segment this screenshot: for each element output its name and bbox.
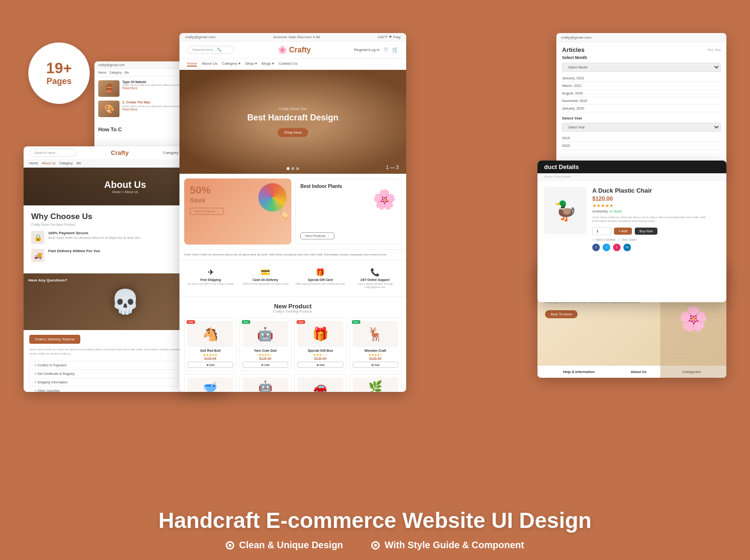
pd-add-button[interactable]: + Add: [614, 228, 632, 235]
badge-1: Sale: [187, 320, 195, 324]
product-img-4: 🦌: [353, 321, 399, 347]
product-img-2: 🤖: [243, 321, 289, 347]
feature-label-2: With Style Guide & Component: [384, 540, 524, 551]
add-btn-1[interactable]: ⊕ Add: [188, 362, 233, 368]
add-btn-4[interactable]: ⊕ Add: [353, 362, 399, 368]
feature-cod: 💳 Cash On Delivery 100% service guarante…: [239, 265, 292, 292]
delivery-icon: 🚚: [31, 249, 44, 262]
instagram-icon[interactable]: i: [613, 244, 621, 251]
pages-badge: 19+ Pages: [28, 42, 90, 104]
blog-topbar: crafty@gmail.com: [556, 33, 726, 42]
product-3: Sale 🎁 Special Gift Box ★★★☆☆ $120.00 ⊕ …: [294, 318, 347, 371]
shop-now-button[interactable]: Shop Now: [278, 128, 308, 137]
year-select[interactable]: Select Year: [562, 123, 721, 132]
product-7: 🚗: [294, 374, 347, 392]
product-row2: 🥣 🤖 🚗 🌿: [184, 374, 401, 392]
support-title: 24/7 Online Support: [350, 278, 400, 281]
pd-breadcrumb: Home > Shop Details: [537, 173, 726, 180]
gift-icon: 🎁: [296, 268, 345, 277]
hero-content: Crafty Show You Best Handcraft Design Sh…: [247, 107, 338, 137]
support-icon: 📞: [350, 268, 400, 277]
panel-product: duct Details Home > Shop Details 🦆 A Duc…: [537, 161, 726, 302]
promo-desc: Amer minim mollit non deserunt alliuco e…: [179, 249, 406, 260]
month-select[interactable]: Select Month: [562, 63, 721, 72]
nav-category[interactable]: Category ▾: [222, 61, 240, 67]
bottom-section: Handcraft E-commerce Website UI Design C…: [0, 508, 750, 551]
home-topbar: crafty@gmail.com Summer Sale Discover It…: [179, 33, 406, 42]
promo-tag: 🏷️: [279, 209, 289, 220]
pd-availability: Availability: In Stock: [592, 210, 720, 213]
product-stars-2: ★★★★☆: [243, 353, 289, 357]
product-name-1: Soil Red Bull: [188, 349, 233, 352]
product-img-1: 🐴: [188, 321, 233, 347]
product-stars-4: ★★★★☆: [353, 353, 399, 357]
nav-about[interactable]: About Us: [202, 61, 217, 67]
promo-left: 50% Save 🏷️ View Products →: [184, 178, 291, 245]
pd-actions: + Add Buy Now: [592, 227, 720, 235]
shipping-icon: ✈: [186, 268, 235, 277]
linkedin-icon[interactable]: in: [623, 244, 631, 251]
articles-title: Articles: [562, 46, 585, 53]
home-logo: 🌸 Crafty: [278, 45, 311, 54]
add-btn-3[interactable]: ⊕ Add: [298, 362, 343, 368]
pd-social: f t i in: [592, 244, 720, 251]
pd-desc: Amet minim mollit non deserunt alliuco e…: [592, 215, 720, 223]
product-name-2: Yarn Cute Doll: [243, 349, 289, 352]
home-nav: Home About Us Category ▾ Shop ▾ Blogs ▾ …: [179, 59, 406, 70]
pd-img: 🦆: [544, 187, 587, 234]
nav-blogs[interactable]: Blogs ▾: [262, 61, 274, 67]
back-home-button[interactable]: Back To Home: [545, 310, 578, 318]
month-nov20: November 2020: [562, 97, 721, 105]
pages-number: 19+: [46, 60, 72, 76]
nav-shop[interactable]: Shop ▾: [245, 61, 257, 67]
promo-section: 50% Save 🏷️ View Products → Best Indoor …: [179, 174, 406, 249]
gift-title: Special Gift Card: [296, 278, 345, 281]
nav-contact[interactable]: Contact Us: [279, 61, 298, 67]
product-price-1: $120.09: [188, 357, 233, 360]
product-grid: Sale 🐴 Soil Red Bull ★★★★★ $120.09 ⊕ Add…: [184, 318, 401, 371]
add-btn-2[interactable]: ⊕ Add: [243, 362, 289, 368]
feature-support: 📞 24/7 Online Support Call us anday anyt…: [349, 265, 401, 292]
home-hero: Crafty Show You Best Handcraft Design Sh…: [179, 70, 406, 174]
product-5: 🥣: [184, 374, 237, 392]
month-jan20: January, 2020: [562, 105, 721, 112]
cod-icon: 💳: [241, 268, 290, 277]
month-aug20: August, 2020: [562, 90, 721, 97]
cod-title: Cash On Delivery: [241, 278, 290, 281]
year-2020: 2020: [562, 142, 721, 150]
panel-blog: crafty@gmail.com Articles For You Select…: [556, 33, 726, 170]
pd-wishlist[interactable]: ☆ Add to wishlist ✓ Size Guide: [592, 238, 720, 242]
craft-img-2: 🎨: [98, 101, 119, 117]
support-desc: Call us anday anytime at email crafty@gm…: [350, 282, 400, 289]
product-6: 🤖: [239, 374, 292, 392]
dot-inner-1: [229, 544, 231, 547]
hero-dots: [287, 167, 299, 170]
badge-4: New: [352, 320, 360, 324]
twitter-icon[interactable]: t: [603, 244, 610, 251]
facebook-icon[interactable]: f: [592, 244, 600, 251]
pd-info: A Duck Plastic Chair $120.00 ★★★★★ Avail…: [592, 187, 720, 251]
home-search[interactable]: Search here... 🔍: [187, 46, 234, 54]
features-row: Clean & Unique Design With Style Guide &…: [0, 540, 750, 551]
pd-stars: ★★★★★: [592, 203, 720, 208]
dot-2: [291, 167, 294, 170]
feature-pill-1: Clean & Unique Design: [226, 540, 343, 551]
pd-quantity-input[interactable]: [592, 227, 611, 235]
main-title: Handcraft E-commerce Website UI Design: [0, 508, 750, 533]
product-name-4: Wooden Craft: [353, 349, 399, 352]
product-img-6: 🤖: [243, 377, 289, 392]
promo-right-view-btn[interactable]: View Products →: [300, 232, 334, 239]
new-product-subtitle: Crafty's Trending Products: [184, 310, 401, 313]
orders-delivery-btn[interactable]: Orders, Delivery, Returns: [29, 335, 80, 344]
nav-home[interactable]: Home: [187, 61, 197, 67]
feature-1-desc: Amet minim mollit non deserunt alliuco e…: [48, 236, 142, 240]
promo-view-btn[interactable]: View Products →: [190, 208, 224, 215]
question-text: Have Any Questions?: [28, 278, 67, 282]
articles-subtitle: For You: [707, 48, 721, 52]
dot-3: [296, 167, 299, 170]
pd-buy-button[interactable]: Buy Now: [635, 228, 657, 235]
year-list: 2019 2020: [556, 135, 726, 150]
about-search[interactable]: Search here...: [29, 149, 77, 157]
features-section: ✈ Free Shipping On order over $40 in 3 t…: [179, 260, 406, 297]
cod-desc: 100% service guarantee for each month: [241, 282, 290, 286]
